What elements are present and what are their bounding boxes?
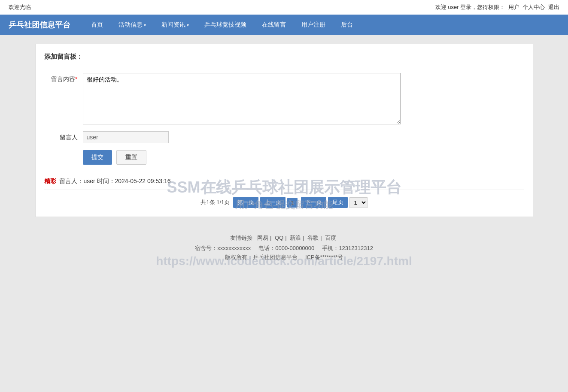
- comment-highlight: 精彩: [44, 178, 56, 184]
- current-page-indicator: 1: [287, 198, 297, 208]
- footer-link-sina[interactable]: 新浪: [290, 235, 301, 241]
- form-buttons: 提交 重置: [83, 150, 524, 165]
- nav-link-home[interactable]: 首页: [83, 15, 111, 35]
- main-nav: 乒乓社团信息平台 首页 活动信息 新闻资讯 乒乓球竞技视频 在线留言 用户注册 …: [0, 15, 568, 35]
- nav-link-message[interactable]: 在线留言: [254, 15, 294, 35]
- submit-button[interactable]: 提交: [83, 150, 112, 165]
- logout-link[interactable]: 退出: [548, 4, 559, 10]
- comment-text: 留言人：user 时间：2024-05-22 09:53:16: [59, 178, 170, 184]
- next-page-button[interactable]: 下一页: [301, 197, 326, 208]
- prev-page-button[interactable]: 上一页: [260, 197, 286, 208]
- author-input[interactable]: [83, 131, 169, 143]
- footer-link-163[interactable]: 网易: [257, 235, 268, 241]
- content-row: 留言内容* 很好的活动。: [44, 73, 524, 124]
- required-mark: *: [75, 75, 77, 82]
- footer-links-label: 友情链接: [230, 235, 252, 241]
- footer-copyright: 版权所有：乒乓社团信息平台 ICP备********号: [9, 253, 559, 261]
- content-label: 留言内容*: [44, 73, 83, 83]
- nav-item-register[interactable]: 用户注册: [294, 15, 333, 35]
- logged-username: user: [448, 4, 459, 10]
- nav-role-link[interactable]: 用户: [508, 4, 519, 10]
- nav-link-register[interactable]: 用户注册: [294, 15, 333, 35]
- reset-button[interactable]: 重置: [116, 150, 146, 165]
- nav-items: 首页 活动信息 新闻资讯 乒乓球竞技视频 在线留言 用户注册 后台: [83, 15, 361, 35]
- page-select[interactable]: 1: [349, 197, 368, 208]
- footer-address: 宿舍号：xxxxxxxxxxxx 电话：0000-00000000 手机：123…: [9, 244, 559, 252]
- nav-item-message[interactable]: 在线留言: [254, 15, 294, 35]
- footer-link-baidu[interactable]: 百度: [325, 235, 336, 241]
- pagination: 共1条 1/1页 第一页 上一页 1 下一页 尾页 1: [44, 197, 524, 208]
- author-row: 留言人: [44, 131, 524, 143]
- section-title: 添加留言板：: [44, 53, 524, 64]
- content-box: SSM在线乒乓球社团展示管理平台 用户角色-提交留言功能 https://www…: [35, 44, 533, 217]
- top-bar-right: 欢迎 user 登录，您得权限： 用户 个人中心 退出: [435, 3, 559, 11]
- welcome-right-prefix: 欢迎: [435, 4, 447, 10]
- welcome-left: 欢迎光临: [9, 3, 31, 11]
- footer-link-qq[interactable]: QQ: [275, 235, 283, 241]
- nav-link-news[interactable]: 新闻资讯: [154, 15, 197, 35]
- nav-item-videos[interactable]: 乒乓球竞技视频: [197, 15, 254, 35]
- top-bar: 欢迎光临 欢迎 user 登录，您得权限： 用户 个人中心 退出: [0, 0, 568, 15]
- nav-link-activities[interactable]: 活动信息: [111, 15, 154, 35]
- nav-link-videos[interactable]: 乒乓球竞技视频: [197, 15, 254, 35]
- nav-item-backend[interactable]: 后台: [333, 15, 361, 35]
- footer-link-google[interactable]: 谷歌: [307, 235, 319, 241]
- first-page-button[interactable]: 第一页: [233, 197, 258, 208]
- nav-brand[interactable]: 乒乓社团信息平台: [9, 20, 70, 30]
- message-content-input[interactable]: 很好的活动。: [83, 73, 401, 124]
- nav-item-activities[interactable]: 活动信息: [111, 15, 154, 35]
- main-wrapper: SSM在线乒乓球社团展示管理平台 用户角色-提交留言功能 https://www…: [27, 44, 542, 217]
- author-label: 留言人: [44, 131, 83, 142]
- footer: 友情链接 网易| QQ| 新浪| 谷歌| 百度 宿舍号：xxxxxxxxxxxx…: [0, 226, 568, 271]
- personal-center-link[interactable]: 个人中心: [522, 4, 545, 10]
- welcome-right-suffix: 登录，您得权限：: [460, 4, 505, 10]
- last-page-button[interactable]: 尾页: [328, 197, 348, 208]
- comment-list: 精彩 留言人：user 时间：2024-05-22 09:53:16: [44, 173, 524, 190]
- nav-link-backend[interactable]: 后台: [333, 15, 361, 35]
- comment-item: 精彩 留言人：user 时间：2024-05-22 09:53:16: [44, 173, 524, 190]
- nav-item-home[interactable]: 首页: [83, 15, 111, 35]
- nav-item-news[interactable]: 新闻资讯: [154, 15, 197, 35]
- footer-links: 友情链接 网易| QQ| 新浪| 谷歌| 百度: [9, 234, 559, 242]
- pagination-total: 共1条 1/1页: [200, 199, 230, 206]
